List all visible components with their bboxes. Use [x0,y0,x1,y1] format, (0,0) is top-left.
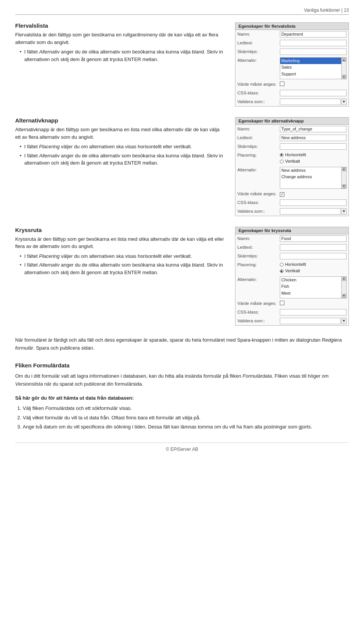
kryssruta-panel: Egenskaper för kryssruta Namn: Food Ledt… [235,227,349,326]
flervalslista-namn-value: Department [278,30,348,39]
kryssruta-radio-vertikalt[interactable]: Vertikalt [280,268,347,274]
flervalslista-skarmtips-value [278,47,348,56]
flervalslista-title: Flervalslista [15,22,226,29]
alternativknapp-css-label: CSS-klass: [235,198,278,207]
kryssruta-namn-label: Namn: [235,234,278,243]
kryssruta-varde-label: Värde måste anges: [235,300,278,308]
kryssruta-namn-row: Namn: Food [235,234,348,243]
kryssruta-item-pasta[interactable]: Pasta [280,297,341,298]
kryssruta-radio-horisontellt-label: Horisontellt [285,262,306,267]
kryssruta-scroll-down[interactable]: ▼ [342,294,346,298]
flervalslista-bullets: I fältet Alternativ anger du de olika al… [15,48,226,63]
kryssruta-radio-horisontellt[interactable]: Horisontellt [280,262,347,267]
flervalslista-scrollbar[interactable]: ▲ ▼ [342,57,347,79]
flervalslista-css-row: CSS-klass: [235,89,348,97]
kryssruta-radio-horisontellt-circle[interactable] [280,263,284,267]
kryssruta-item-chicken[interactable]: Chicken [280,277,341,283]
alternativknapp-props-table: Namn: Type_of_change Ledtext: New addres… [235,125,348,216]
flervalslista-varde-checkbox[interactable] [280,82,284,86]
kryssruta-namn-input[interactable]: Food [280,235,347,242]
flervalslista-item-sales[interactable]: Sales [280,64,341,71]
flervalslista-scroll-up[interactable]: ▲ [342,58,346,62]
alternativknapp-radio-vertikalt-circle[interactable] [280,160,284,163]
page-header: Vanliga funktioner | 13 [15,8,349,15]
kryssruta-placering-value: Horisontellt Vertikalt [278,260,348,275]
kryssruta-scroll-up[interactable]: ▲ [342,277,346,281]
alternativknapp-listbox[interactable]: New address Change address [280,167,342,189]
alternativknapp-skarmtips-input[interactable] [280,143,347,150]
alternativknapp-radio-vertikalt[interactable]: Vertikalt [280,158,347,164]
alternativknapp-validera-row: Validera som:: ▼ [235,207,348,216]
flervalslista-css-input[interactable] [280,90,347,96]
kryssruta-listbox[interactable]: Chicken Fish Meet Pasta [280,276,342,298]
kryssruta-skarmtips-input[interactable] [280,253,347,259]
flervalslista-varde-row: Värde måste anges: [235,80,348,89]
kryssruta-validera-arrow[interactable]: ▼ [341,318,347,324]
kryssruta-skarmtips-value [278,252,348,260]
kryssruta-ledtext-input[interactable] [280,244,347,251]
alternativknapp-radio-horisontellt[interactable]: Horisontellt [280,152,347,158]
alternativknapp-varde-row: Värde måste anges: [235,190,348,198]
alternativknapp-section: Alternativknapp Alternativknapp är den f… [15,117,349,216]
flervalslista-skarmtips-row: Skärmtips: [235,47,348,56]
kryssruta-css-input[interactable] [280,309,347,315]
kryssruta-bullets: I fältet Placering väljer du om alternat… [15,253,226,276]
alternativknapp-css-value [278,198,348,207]
alternativknapp-validera-select[interactable] [280,208,340,215]
alternativknapp-title: Alternativknapp [15,117,226,124]
alternativknapp-validera-arrow[interactable]: ▼ [341,208,347,215]
flervalslista-item-marketing[interactable]: Marketing [280,58,341,64]
alternativknapp-item-changeaddress[interactable]: Change address [280,174,341,180]
alternativknapp-scrollbar[interactable]: ▲ ▼ [342,167,347,189]
flervalslista-validera-select[interactable] [280,99,340,105]
alternativknapp-varde-label: Värde måste anges: [235,190,278,198]
flervalslista-panel: Egenskaper för flervalslista Namn: Depar… [235,22,349,107]
alternativknapp-scroll-up[interactable]: ▲ [342,167,346,171]
flervalslista-ledtext-input[interactable] [280,40,347,46]
alternativknapp-ledtext-input[interactable]: New address [280,135,347,141]
alternativknapp-css-input[interactable] [280,199,347,206]
kryssruta-validera-row: Validera som:: ▼ [235,317,348,325]
alternativknapp-ledtext-row: Ledtext: New address [235,133,348,142]
footer-text: © EPiServer AB [166,447,198,452]
fliken-section: Fliken Formulärdata Om du i ditt formulä… [15,361,349,388]
kryssruta-radio-vertikalt-circle[interactable] [280,269,284,273]
alternativknapp-alternativ-label: Alternativ: [235,166,278,190]
flervalslista-listbox-container: Marketing Sales Support Technical ▲ ▼ [280,57,347,79]
flervalslista-listbox[interactable]: Marketing Sales Support Technical [280,57,342,79]
fliken-formulärdata-italic: Formulärdata [243,373,272,379]
alternativknapp-item-newaddress[interactable]: New address [280,167,341,174]
alternativknapp-varde-checkbox[interactable] [280,192,284,197]
alternativknapp-radio-horisontellt-label: Horisontellt [285,152,306,158]
kryssruta-css-row: CSS-klass: [235,308,348,317]
kryssruta-item-fish[interactable]: Fish [280,283,341,290]
kryssruta-props: Egenskaper för kryssruta Namn: Food Ledt… [235,227,349,326]
flervalslista-css-label: CSS-klass: [235,89,278,97]
flervalslista-item-support[interactable]: Support [280,71,341,77]
kryssruta-radio-vertikalt-label: Vertikalt [285,268,300,274]
flervalslista-skarmtips-input[interactable] [280,49,347,55]
alternativknapp-listbox-container: New address Change address ▲ ▼ [280,167,347,189]
flervalslista-scroll-down[interactable]: ▼ [342,75,346,79]
kryssruta-validera-select[interactable] [280,318,340,324]
kryssruta-scrollbar[interactable]: ▲ ▼ [342,276,347,298]
kryssruta-bullet-1: I fältet Placering väljer du om alternat… [20,253,226,260]
kryssruta-item-meet[interactable]: Meet [280,290,341,297]
kryssruta-para1: Kryssruta är den fälttyp som ger besökar… [15,235,226,250]
kryssruta-panel-title: Egenskaper för kryssruta [235,227,348,234]
fliken-step-3: Ange två datum om du vill specificera di… [23,423,349,431]
flervalslista-validera-arrow[interactable]: ▼ [341,99,347,105]
fliken-subheading: Så här gör du för att hämta ut data från… [15,394,349,402]
alternativknapp-bullet-2: I fältet Alternativ anger du de olika al… [20,152,226,167]
flervalslista-item-technical[interactable]: Technical [280,77,341,79]
alternativknapp-radio-horisontellt-circle[interactable] [280,153,284,157]
kryssruta-varde-checkbox[interactable] [280,301,284,305]
alternativknapp-css-row: CSS-klass: [235,198,348,207]
alternativknapp-scroll-down[interactable]: ▼ [342,184,346,188]
flervalslista-namn-input[interactable]: Department [280,31,347,38]
alternativknapp-namn-row: Namn: Type_of_change [235,125,348,133]
alternativknapp-radio-vertikalt-label: Vertikalt [285,158,300,164]
flervalslista-validera-value: ▼ [278,97,348,106]
kryssruta-skarmtips-label: Skärmtips: [235,252,278,260]
alternativknapp-namn-input[interactable]: Type_of_change [280,126,347,132]
